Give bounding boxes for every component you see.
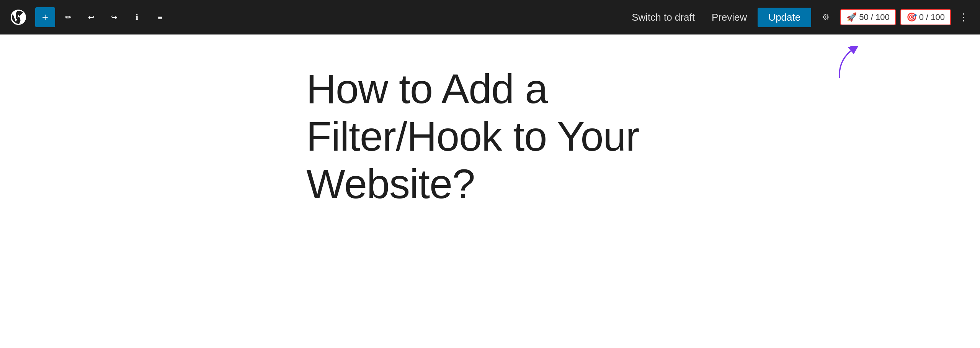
add-block-button[interactable]: + [35, 7, 55, 27]
info-icon: ℹ [136, 13, 139, 22]
toolbar-right-actions: Switch to draft Preview Update ⚙ 🚀 50 / … [626, 7, 972, 27]
list-view-button[interactable]: ≡ [150, 7, 170, 27]
info-button[interactable]: ℹ [127, 7, 147, 27]
more-icon: ⋮ [959, 11, 969, 23]
more-options-button[interactable]: ⋮ [956, 9, 972, 26]
gear-icon: ⚙ [822, 12, 830, 22]
update-button[interactable]: Update [758, 8, 811, 27]
wp-logo[interactable] [8, 0, 29, 34]
undo-icon: ↩ [88, 13, 95, 22]
list-icon: ≡ [158, 13, 162, 22]
seo-score-badge[interactable]: 🚀 50 / 100 [840, 9, 896, 25]
editor-area: How to Add a Filter/Hook to Your Website… [306, 65, 674, 208]
undo-button[interactable]: ↩ [81, 7, 101, 27]
arrow-annotation [831, 46, 861, 86]
seo-score-icon: 🚀 [846, 12, 857, 22]
editor-main-content: How to Add a Filter/Hook to Your Website… [0, 34, 980, 348]
readability-score-badge[interactable]: 🎯 0 / 100 [900, 9, 951, 25]
preview-button[interactable]: Preview [706, 8, 753, 26]
toolbar-left-actions: + ✏ ↩ ↪ ℹ ≡ [35, 7, 170, 27]
annotation-arrow [831, 46, 861, 84]
readability-score-icon: 🎯 [906, 12, 917, 22]
wordpress-icon [11, 10, 26, 25]
redo-icon: ↪ [111, 13, 118, 22]
edit-button[interactable]: ✏ [58, 7, 78, 27]
switch-to-draft-button[interactable]: Switch to draft [626, 8, 701, 26]
post-title[interactable]: How to Add a Filter/Hook to Your Website… [306, 65, 674, 208]
redo-button[interactable]: ↪ [104, 7, 124, 27]
settings-button[interactable]: ⚙ [816, 7, 836, 27]
editor-toolbar: + ✏ ↩ ↪ ℹ ≡ Switch to draft Preview Upda… [0, 0, 980, 34]
pencil-icon: ✏ [65, 13, 72, 22]
